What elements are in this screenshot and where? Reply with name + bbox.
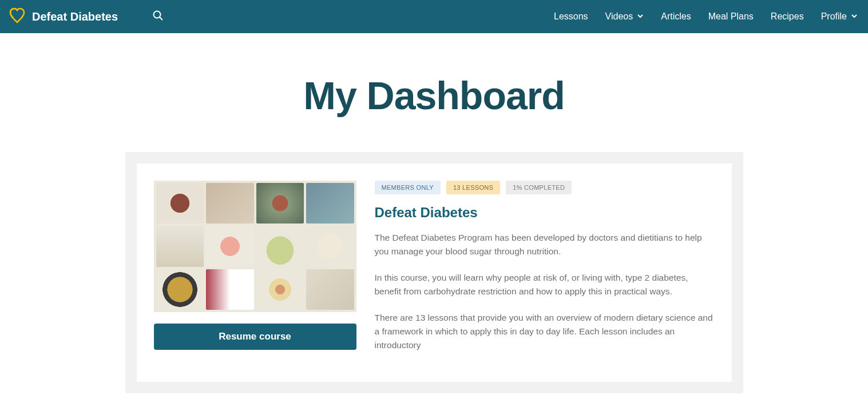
nav-articles[interactable]: Articles	[661, 11, 691, 22]
food-tile	[306, 183, 354, 224]
main-nav: Lessons Videos Articles Meal Plans Recip…	[554, 11, 860, 22]
brand-logo[interactable]: Defeat Diabetes	[8, 6, 118, 27]
food-tile	[256, 226, 304, 266]
course-left-column: Resume course	[154, 181, 356, 365]
search-icon	[152, 10, 164, 23]
food-tile	[206, 183, 254, 224]
heart-logo-icon	[8, 6, 26, 27]
course-thumbnail[interactable]	[154, 181, 356, 312]
course-card: Resume course MEMBERS ONLY 13 LESSONS 1%…	[137, 163, 732, 382]
lessons-count-badge: 13 LESSONS	[446, 181, 500, 194]
brand-name: Defeat Diabetes	[32, 10, 118, 23]
course-desc-paragraph: There are 13 lessons that provide you wi…	[375, 311, 715, 352]
food-tile	[306, 226, 354, 266]
svg-line-1	[160, 17, 162, 20]
course-desc-paragraph: The Defeat Diabetes Program has been dev…	[375, 231, 715, 258]
course-desc-paragraph: In this course, you will learn why peopl…	[375, 271, 715, 298]
food-tile	[156, 269, 204, 310]
search-button[interactable]	[152, 10, 164, 23]
course-description: The Defeat Diabetes Program has been dev…	[375, 231, 715, 352]
food-tile	[256, 269, 304, 310]
resume-course-button[interactable]: Resume course	[154, 324, 356, 350]
dashboard-container: Resume course MEMBERS ONLY 13 LESSONS 1%…	[125, 152, 743, 393]
chevron-down-icon	[637, 11, 644, 22]
main-header: Defeat Diabetes Lessons Videos Articles …	[0, 0, 868, 33]
food-tile	[206, 226, 254, 266]
food-tile	[306, 269, 354, 310]
nav-profile-label: Profile	[821, 11, 847, 22]
members-only-badge: MEMBERS ONLY	[375, 181, 441, 194]
food-tile	[256, 183, 304, 224]
course-badges: MEMBERS ONLY 13 LESSONS 1% COMPLETED	[375, 181, 715, 194]
page-title: My Dashboard	[0, 73, 868, 118]
food-tile	[156, 183, 204, 224]
course-title[interactable]: Defeat Diabetes	[375, 205, 715, 221]
food-tile	[156, 226, 204, 266]
completion-badge: 1% COMPLETED	[506, 181, 572, 194]
svg-point-0	[154, 11, 161, 18]
nav-videos-label: Videos	[605, 11, 633, 22]
course-right-column: MEMBERS ONLY 13 LESSONS 1% COMPLETED Def…	[375, 181, 715, 365]
nav-profile[interactable]: Profile	[821, 11, 858, 22]
food-tile	[206, 269, 254, 310]
nav-recipes[interactable]: Recipes	[771, 11, 804, 22]
nav-lessons[interactable]: Lessons	[554, 11, 588, 22]
chevron-down-icon	[851, 11, 858, 22]
nav-videos[interactable]: Videos	[605, 11, 644, 22]
nav-mealplans[interactable]: Meal Plans	[708, 11, 754, 22]
